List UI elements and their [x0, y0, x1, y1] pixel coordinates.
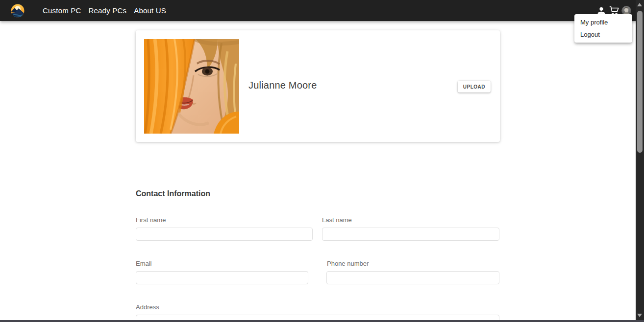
scroll-down-icon[interactable]	[637, 314, 642, 317]
address-label: Address	[136, 303, 159, 311]
nav-item-custom-pc[interactable]: Custom PC	[43, 6, 81, 15]
scroll-up-icon[interactable]	[637, 3, 642, 6]
profile-card: Julianne Moore UPLOAD	[136, 30, 500, 142]
profile-photo	[144, 39, 239, 134]
menu-item-my-profile[interactable]: My profile	[574, 16, 632, 28]
first-name-label: First name	[136, 216, 166, 224]
menu-item-logout[interactable]: Logout	[574, 28, 632, 41]
last-name-label: Last name	[322, 216, 352, 224]
first-name-input[interactable]	[136, 228, 313, 241]
profile-name: Julianne Moore	[248, 80, 317, 91]
nav-item-about-us[interactable]: About US	[134, 6, 166, 15]
taskbar-edge-strip	[0, 320, 644, 322]
brand-logo-icon[interactable]	[11, 4, 25, 18]
last-name-input[interactable]	[322, 228, 499, 241]
phone-number-label: Phone number	[327, 260, 369, 267]
scrollbar-thumb[interactable]	[637, 11, 643, 153]
nav-item-ready-pcs[interactable]: Ready PCs	[89, 6, 127, 15]
email-label: Email	[136, 260, 152, 267]
user-menu: My profile Logout	[574, 14, 632, 43]
main-nav: Custom PC Ready PCs About US	[43, 6, 173, 15]
email-input[interactable]	[136, 271, 308, 284]
phone-number-input[interactable]	[326, 271, 499, 284]
contact-section-title: Contact Information	[136, 189, 210, 198]
upload-button[interactable]: UPLOAD	[458, 81, 491, 92]
vertical-scrollbar[interactable]	[636, 0, 644, 322]
navbar: Custom PC Ready PCs About US	[0, 0, 644, 21]
